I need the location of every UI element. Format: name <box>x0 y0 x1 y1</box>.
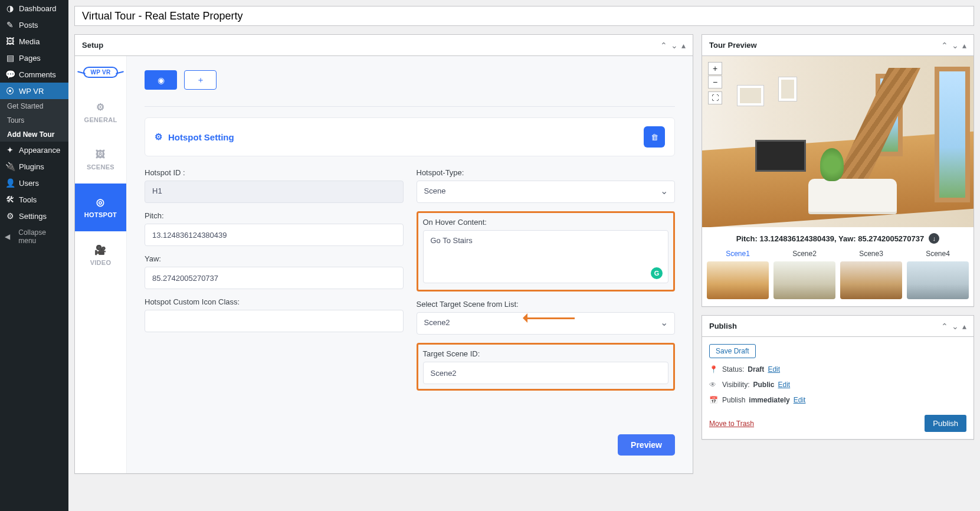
thumbnail-image <box>840 261 902 299</box>
visibility-label: Visibility: <box>722 381 749 389</box>
tab-label: GENERAL <box>84 116 117 123</box>
tab-scenes[interactable]: 🖼SCENES <box>75 136 126 184</box>
menu-label: Settings <box>19 212 47 221</box>
menu-label: Users <box>19 179 39 188</box>
tab-hotspot[interactable]: ◎HOTSPOT <box>75 184 126 231</box>
custom-icon-label: Hotspot Custom Icon Class: <box>145 297 404 306</box>
scene-label: Scene4 <box>907 250 969 258</box>
status-label: Status: <box>722 365 744 374</box>
scene-thumb-4[interactable]: Scene4 <box>907 250 969 299</box>
hotspot-type-select[interactable]: Scene <box>417 181 676 203</box>
image-icon: 🖼 <box>96 149 105 160</box>
panel-toggle-icon[interactable]: ▴ <box>681 41 686 50</box>
hotspot-id-value: H1 <box>145 181 404 203</box>
grammarly-icon[interactable]: G <box>651 267 663 279</box>
pitch-input[interactable] <box>145 224 404 246</box>
hotspot-type-label: Hotspot-Type: <box>417 168 676 177</box>
admin-sidebar: ◑Dashboard ✎Posts 🖾Media ▤Pages 💬Comment… <box>0 0 68 511</box>
panel-up-icon[interactable]: ⌃ <box>660 41 667 50</box>
panel-down-icon[interactable]: ⌄ <box>952 41 959 50</box>
collapse-menu[interactable]: ◀Collapse menu <box>0 224 68 249</box>
edit-schedule-link[interactable]: Edit <box>794 396 806 404</box>
section-title: Hotspot Setting <box>168 132 234 142</box>
pages-icon: ▤ <box>5 53 15 63</box>
settings-icon: ⚙ <box>5 211 15 221</box>
menu-posts[interactable]: ✎Posts <box>0 17 68 33</box>
panel-up-icon[interactable]: ⌃ <box>941 41 948 50</box>
fullscreen-button[interactable]: ⛶ <box>708 91 722 104</box>
scene-thumb-1[interactable]: Scene1 <box>707 250 769 299</box>
menu-label: Plugins <box>19 162 44 171</box>
publish-button[interactable]: Publish <box>925 415 966 432</box>
tab-label: HOTSPOT <box>84 211 117 218</box>
submenu-tours[interactable]: Tours <box>0 113 68 127</box>
panel-up-icon[interactable]: ⌃ <box>941 322 948 331</box>
tab-label: VIDEO <box>90 259 112 266</box>
separator <box>145 106 675 107</box>
thumbnail-image <box>907 261 969 299</box>
tab-logo[interactable]: WP VR <box>75 56 126 89</box>
hover-content-input[interactable] <box>423 230 669 283</box>
tab-video[interactable]: 🎥VIDEO <box>75 231 126 279</box>
thumbnail-image <box>707 261 769 299</box>
panel-toggle-icon[interactable]: ▴ <box>962 322 966 331</box>
preview-button[interactable]: Preview <box>618 434 675 456</box>
panel-down-icon[interactable]: ⌄ <box>952 322 959 331</box>
panorama-viewer[interactable]: + − ⛶ <box>702 56 974 227</box>
menu-dashboard[interactable]: ◑Dashboard <box>0 0 68 17</box>
users-icon: 👤 <box>5 178 15 188</box>
move-to-trash-link[interactable]: Move to Trash <box>709 420 754 428</box>
post-title-input[interactable] <box>74 6 974 26</box>
hotspot-add-button[interactable]: ＋ <box>184 70 217 90</box>
menu-appearance[interactable]: ✦Appearance <box>0 142 68 158</box>
menu-label: WP VR <box>19 87 44 96</box>
panel-down-icon[interactable]: ⌄ <box>671 41 678 50</box>
menu-wpvr[interactable]: ⦿WP VR <box>0 83 68 99</box>
zoom-out-button[interactable]: − <box>708 76 722 89</box>
menu-media[interactable]: 🖾Media <box>0 33 68 50</box>
menu-comments[interactable]: 💬Comments <box>0 66 68 83</box>
visibility-value: Public <box>753 381 774 389</box>
vertical-tabs: WP VR ⚙GENERAL 🖼SCENES ◎HOTSPOT 🎥VIDEO <box>75 56 127 473</box>
status-value: Draft <box>748 365 764 374</box>
setup-title: Setup <box>82 41 103 50</box>
yaw-input[interactable] <box>145 267 404 289</box>
delete-hotspot-button[interactable]: 🗑 <box>644 126 665 148</box>
copy-coords-button[interactable]: ↓ <box>929 233 939 244</box>
tab-general[interactable]: ⚙GENERAL <box>75 89 126 136</box>
tab-label: SCENES <box>87 163 114 171</box>
highlight-hover: On Hover Content: G <box>417 211 676 291</box>
menu-label: Comments <box>19 70 56 79</box>
publish-panel: Publish ⌃⌄▴ Save Draft 📍 Status: Draft E… <box>702 315 974 440</box>
menu-pages[interactable]: ▤Pages <box>0 50 68 66</box>
coords-readout: Pitch: 13.124836124380439, Yaw: 85.27420… <box>702 227 974 250</box>
panel-toggle-icon[interactable]: ▴ <box>962 41 966 50</box>
scene-thumb-2[interactable]: Scene2 <box>773 250 835 299</box>
edit-visibility-link[interactable]: Edit <box>778 381 790 389</box>
submenu-add-new-tour[interactable]: Add New Tour <box>0 127 68 142</box>
target-id-input[interactable] <box>423 362 669 384</box>
scene-thumbnails: Scene1 Scene2 Scene3 Scene4 <box>702 250 974 306</box>
menu-tools[interactable]: 🛠Tools <box>0 191 68 208</box>
edit-status-link[interactable]: Edit <box>768 365 780 374</box>
menu-settings[interactable]: ⚙Settings <box>0 208 68 224</box>
submenu-get-started[interactable]: Get Started <box>0 99 68 113</box>
zoom-in-button[interactable]: + <box>708 62 722 75</box>
save-draft-button[interactable]: Save Draft <box>709 344 756 358</box>
hotspot-current-button[interactable]: ◉ <box>145 70 177 90</box>
status-row: 📍 Status: Draft Edit <box>709 365 966 374</box>
menu-plugins[interactable]: 🔌Plugins <box>0 158 68 175</box>
setup-header: Setup ⌃⌄▴ <box>75 35 693 56</box>
custom-icon-input[interactable] <box>145 310 404 332</box>
visibility-row: 👁 Visibility: Public Edit <box>709 381 966 389</box>
target-scene-select[interactable]: Scene2 <box>417 312 676 335</box>
collapse-icon: ◀ <box>5 232 15 241</box>
scene-thumb-3[interactable]: Scene3 <box>840 250 902 299</box>
pin-icon: 📍 <box>709 365 719 374</box>
video-icon: 🎥 <box>94 244 106 255</box>
thumbnail-image <box>773 261 835 299</box>
yaw-label: Yaw: <box>145 254 404 263</box>
pitch-label: Pitch: <box>145 211 404 220</box>
menu-label: Posts <box>19 21 38 30</box>
menu-users[interactable]: 👤Users <box>0 175 68 191</box>
